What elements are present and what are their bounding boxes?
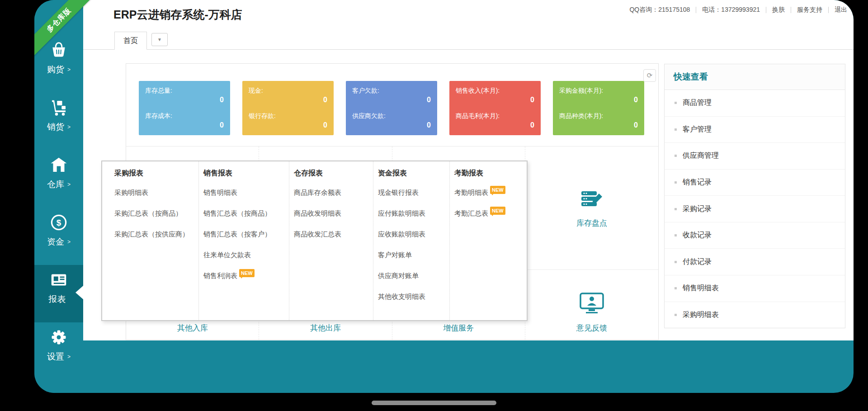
new-badge: NEW <box>239 269 255 277</box>
stat-value: 0 <box>249 96 327 104</box>
report-menu-item[interactable]: 应收账款明细表 <box>378 224 449 245</box>
app-header: ERP云进销存系统-万科店 QQ咨询：215175108 电话：13729993… <box>83 0 854 32</box>
bullet-icon <box>675 287 677 289</box>
report-menu-item[interactable]: 商品库存余额表 <box>294 182 373 203</box>
chevron-right-icon: > <box>67 124 71 130</box>
report-menu-item[interactable]: 销售汇总表（按客户） <box>203 224 289 245</box>
sidebar-item-label: 资金 <box>47 236 64 248</box>
stat-value: 0 <box>559 96 638 104</box>
separator <box>791 7 791 13</box>
service-support-link[interactable]: 服务支持 <box>797 6 822 14</box>
bullet-icon <box>675 234 677 236</box>
quick-view-panel: 快速查看 商品管理 客户管理 供应商管理 销售记录 采购记录 收款记录 付款记录… <box>664 64 845 328</box>
report-list: 采购明细表 采购汇总表（按商品） 采购汇总表（按供应商） <box>114 182 198 245</box>
quick-view-item-purchase-detail[interactable]: 采购明细表 <box>665 302 845 328</box>
report-menu-item[interactable]: 其他收支明细表 <box>378 286 449 307</box>
report-item-label: 采购明细表 <box>114 189 148 196</box>
stat-label: 银行存款: <box>249 112 327 120</box>
report-item-label: 应付账款明细表 <box>378 209 425 217</box>
bullet-icon <box>675 261 677 263</box>
change-skin-link[interactable]: 换肤 <box>772 6 785 14</box>
quick-view-item-label: 采购明细表 <box>683 310 719 320</box>
bullet-icon <box>675 314 677 316</box>
phone-contact: 电话：13729993921 <box>702 6 760 14</box>
quick-view-item-products[interactable]: 商品管理 <box>665 90 845 117</box>
feature-inventory-check[interactable]: 库存盘点 <box>525 146 658 270</box>
stat-value: 0 <box>456 121 534 129</box>
report-menu-item[interactable]: 商品收发汇总表 <box>294 224 373 245</box>
quick-view-item-label: 销售明细表 <box>683 283 719 293</box>
stat-label: 销售收入(本月): <box>456 87 534 95</box>
chevron-right-icon: > <box>67 181 71 188</box>
new-badge: NEW <box>490 186 505 194</box>
stat-label: 商品种类(本月): <box>559 112 638 120</box>
report-menu-item[interactable]: 采购汇总表（按商品） <box>114 203 198 224</box>
stat-value: 0 <box>456 96 534 104</box>
inventory-stack-pencil-icon <box>580 188 604 211</box>
quick-view-item-receipts[interactable]: 收款记录 <box>665 222 845 249</box>
stat-label: 供应商欠款: <box>352 112 431 120</box>
report-menu-item[interactable]: 考勤汇总表NEW <box>454 203 527 224</box>
stat-label: 商品毛利(本月): <box>456 112 534 120</box>
tab-dropdown-button[interactable]: ▼ <box>151 33 168 46</box>
report-menu-item[interactable]: 销售明细表 <box>203 182 289 203</box>
report-column-sales: 销售报表 销售明细表 销售汇总表（按商品） 销售汇总表（按客户） 往来单位欠款表… <box>198 161 289 320</box>
home-indicator[interactable] <box>372 401 496 405</box>
quick-view-item-payments[interactable]: 付款记录 <box>665 249 845 275</box>
sidebar-item-settings[interactable]: 设置> <box>34 322 83 380</box>
feature-label[interactable]: 其他入库 <box>177 323 208 333</box>
sidebar-item-sales[interactable]: 销货> <box>34 93 83 150</box>
sidebar-item-label: 购货 <box>47 64 64 76</box>
feature-label[interactable]: 增值服务 <box>443 323 474 333</box>
report-item-label: 采购汇总表（按商品） <box>114 209 182 217</box>
quick-view-item-sales-records[interactable]: 销售记录 <box>665 170 845 196</box>
tab-home[interactable]: 首页 <box>114 32 147 50</box>
bullet-icon <box>675 181 677 184</box>
report-item-label: 供应商对账单 <box>378 272 419 279</box>
feature-label[interactable]: 意见反馈 <box>576 323 607 333</box>
report-column-attendance: 考勤报表 考勤明细表NEW 考勤汇总表NEW <box>449 161 527 320</box>
report-menu-item[interactable]: 采购明细表 <box>114 182 198 203</box>
feature-label[interactable]: 库存盘点 <box>576 218 607 228</box>
report-menu-item[interactable]: 销售利润表NEW <box>203 265 289 286</box>
report-menu-item[interactable]: 客户对账单 <box>378 245 449 265</box>
report-item-label: 现金银行报表 <box>378 189 419 196</box>
feature-label[interactable]: 其他出库 <box>310 323 341 333</box>
chevron-right-icon: > <box>67 354 71 360</box>
logout-link[interactable]: 退出 <box>835 6 847 14</box>
report-menu-item[interactable]: 供应商对账单 <box>378 265 449 286</box>
quick-view-item-sales-detail[interactable]: 销售明细表 <box>665 275 845 302</box>
chevron-right-icon: > <box>67 239 71 245</box>
header-info-bar: QQ咨询：215175108 电话：13729993921 换肤 服务支持 退出 <box>629 5 847 14</box>
sidebar-item-warehouse[interactable]: 仓库> <box>34 150 83 208</box>
stat-label: 库存总量: <box>145 87 224 95</box>
stat-value: 0 <box>559 121 638 129</box>
tab-bar: 首页 ▼ <box>83 32 854 50</box>
sidebar-item-label: 报表 <box>49 293 66 305</box>
report-menu-item[interactable]: 销售汇总表（按商品） <box>203 203 289 224</box>
stat-label: 库存成本: <box>145 112 224 120</box>
stat-card-cash: 现金:0 银行存款:0 <box>242 81 334 135</box>
quick-view-header: 快速查看 <box>665 64 845 90</box>
report-menu-item[interactable]: 考勤明细表NEW <box>454 182 527 203</box>
report-column-purchase: 采购报表 采购明细表 采购汇总表（按商品） 采购汇总表（按供应商） <box>102 161 198 320</box>
bullet-icon <box>675 102 677 104</box>
quick-view-item-purchase-records[interactable]: 采购记录 <box>665 196 845 222</box>
report-icon <box>50 270 68 289</box>
report-menu-item[interactable]: 商品收发明细表 <box>294 203 373 224</box>
cart-icon <box>50 98 68 117</box>
report-list: 商品库存余额表 商品收发明细表 商品收发汇总表 <box>294 182 373 245</box>
sidebar-item-funds[interactable]: $ 资金> <box>34 208 83 265</box>
report-menu-item[interactable]: 现金银行报表 <box>378 182 449 203</box>
report-menu-item[interactable]: 采购汇总表（按供应商） <box>114 224 198 245</box>
quick-view-list: 商品管理 客户管理 供应商管理 销售记录 采购记录 收款记录 付款记录 销售明细… <box>665 90 845 328</box>
quick-view-item-customers[interactable]: 客户管理 <box>665 117 845 143</box>
report-menu-item[interactable]: 应付账款明细表 <box>378 203 449 224</box>
stat-value: 0 <box>352 121 431 129</box>
quick-view-item-suppliers[interactable]: 供应商管理 <box>665 143 845 170</box>
refresh-button[interactable]: ⟳ <box>643 69 656 82</box>
report-list: 现金银行报表 应付账款明细表 应收账款明细表 客户对账单 供应商对账单 其他收支… <box>378 182 449 307</box>
feature-feedback[interactable]: 意见反馈 <box>525 270 658 340</box>
report-menu-item[interactable]: 往来单位欠款表 <box>203 245 289 265</box>
report-item-label: 商品收发汇总表 <box>294 230 341 238</box>
